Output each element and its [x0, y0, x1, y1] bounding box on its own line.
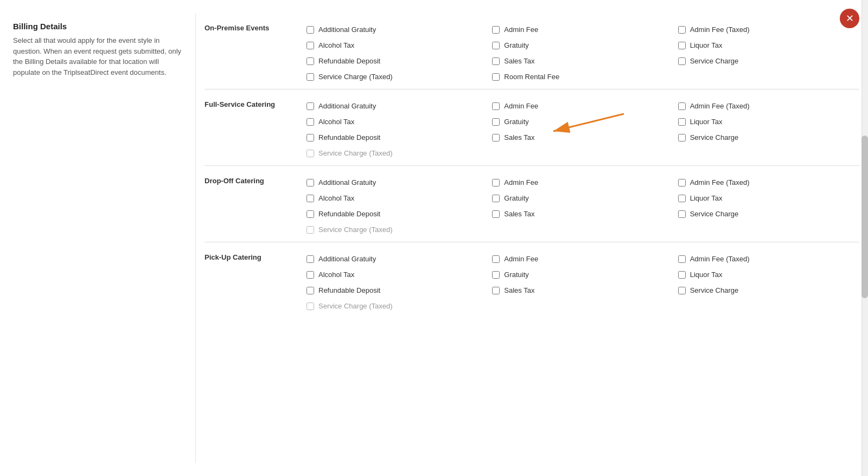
checkbox-item-fs-sales-tax[interactable]: Sales Tax: [488, 130, 673, 145]
checkbox-item-do-additional-gratuity[interactable]: Additional Gratuity: [302, 175, 488, 190]
checkbox-item-fs-gratuity[interactable]: Gratuity: [488, 114, 673, 130]
checkbox-input-fs-gratuity[interactable]: [492, 118, 500, 126]
checkbox-label-do-admin-fee[interactable]: Admin Fee: [504, 178, 538, 186]
checkbox-item-pu-refundable-deposit[interactable]: Refundable Deposit: [302, 282, 488, 298]
checkbox-item-do-service-charge-taxed[interactable]: Service Charge (Taxed): [302, 222, 488, 237]
checkbox-item-op-admin-fee[interactable]: Admin Fee: [488, 22, 673, 37]
checkbox-label-pu-admin-fee-taxed[interactable]: Admin Fee (Taxed): [690, 255, 750, 263]
checkbox-item-pu-service-charge[interactable]: Service Charge: [674, 282, 859, 298]
checkbox-item-op-liquor-tax[interactable]: Liquor Tax: [674, 37, 859, 53]
checkbox-input-op-gratuity[interactable]: [492, 42, 500, 49]
checkbox-label-fs-sales-tax[interactable]: Sales Tax: [504, 133, 534, 141]
checkbox-item-do-admin-fee[interactable]: Admin Fee: [488, 175, 673, 190]
checkbox-label-fs-service-charge[interactable]: Service Charge: [690, 133, 739, 141]
checkbox-label-op-alcohol-tax[interactable]: Alcohol Tax: [318, 41, 354, 49]
checkbox-input-pu-refundable-deposit[interactable]: [307, 287, 314, 294]
checkbox-input-fs-admin-fee-taxed[interactable]: [678, 102, 686, 110]
checkbox-item-fs-admin-fee[interactable]: Admin Fee: [488, 98, 673, 114]
checkbox-item-op-additional-gratuity[interactable]: Additional Gratuity: [302, 22, 488, 37]
checkbox-label-op-room-rental-fee[interactable]: Room Rental Fee: [504, 73, 559, 81]
checkbox-label-pu-service-charge[interactable]: Service Charge: [690, 286, 739, 294]
checkbox-input-op-alcohol-tax[interactable]: [307, 42, 314, 49]
checkbox-item-do-admin-fee-taxed[interactable]: Admin Fee (Taxed): [674, 175, 859, 190]
checkbox-label-op-gratuity[interactable]: Gratuity: [504, 41, 529, 49]
scrollbar-thumb[interactable]: [861, 136, 868, 298]
checkbox-input-pu-additional-gratuity[interactable]: [307, 255, 314, 263]
checkbox-item-pu-admin-fee-taxed[interactable]: Admin Fee (Taxed): [674, 251, 859, 267]
checkbox-label-fs-admin-fee-taxed[interactable]: Admin Fee (Taxed): [690, 102, 750, 110]
checkbox-input-pu-liquor-tax[interactable]: [678, 271, 686, 279]
checkbox-input-fs-sales-tax[interactable]: [492, 134, 500, 141]
checkbox-input-pu-admin-fee-taxed[interactable]: [678, 255, 686, 263]
checkbox-item-do-service-charge[interactable]: Service Charge: [674, 206, 859, 222]
checkbox-label-do-alcohol-tax[interactable]: Alcohol Tax: [318, 194, 354, 202]
checkbox-item-do-alcohol-tax[interactable]: Alcohol Tax: [302, 190, 488, 206]
checkbox-label-do-service-charge[interactable]: Service Charge: [690, 210, 739, 218]
checkbox-item-pu-gratuity[interactable]: Gratuity: [488, 267, 673, 282]
checkbox-label-do-sales-tax[interactable]: Sales Tax: [504, 210, 534, 218]
checkbox-item-op-gratuity[interactable]: Gratuity: [488, 37, 673, 53]
checkbox-input-fs-admin-fee[interactable]: [492, 102, 500, 110]
checkbox-item-fs-alcohol-tax[interactable]: Alcohol Tax: [302, 114, 488, 130]
checkbox-input-do-admin-fee[interactable]: [492, 179, 500, 186]
checkbox-item-do-sales-tax[interactable]: Sales Tax: [488, 206, 673, 222]
checkbox-label-do-liquor-tax[interactable]: Liquor Tax: [690, 194, 723, 202]
checkbox-input-pu-sales-tax[interactable]: [492, 287, 500, 294]
checkbox-label-fs-service-charge-taxed[interactable]: Service Charge (Taxed): [318, 149, 393, 157]
checkbox-input-do-service-charge-taxed[interactable]: [307, 226, 314, 234]
checkbox-item-do-refundable-deposit[interactable]: Refundable Deposit: [302, 206, 488, 222]
checkbox-input-do-admin-fee-taxed[interactable]: [678, 179, 686, 186]
checkbox-label-op-liquor-tax[interactable]: Liquor Tax: [690, 41, 723, 49]
checkbox-input-op-additional-gratuity[interactable]: [307, 26, 314, 34]
checkbox-item-pu-additional-gratuity[interactable]: Additional Gratuity: [302, 251, 488, 267]
checkbox-label-fs-liquor-tax[interactable]: Liquor Tax: [690, 118, 723, 126]
checkbox-input-do-alcohol-tax[interactable]: [307, 195, 314, 202]
checkbox-label-pu-sales-tax[interactable]: Sales Tax: [504, 286, 534, 294]
checkbox-input-fs-alcohol-tax[interactable]: [307, 118, 314, 126]
checkbox-item-pu-alcohol-tax[interactable]: Alcohol Tax: [302, 267, 488, 282]
checkbox-item-op-sales-tax[interactable]: Sales Tax: [488, 53, 673, 69]
checkbox-label-do-admin-fee-taxed[interactable]: Admin Fee (Taxed): [690, 178, 750, 186]
checkbox-item-do-liquor-tax[interactable]: Liquor Tax: [674, 190, 859, 206]
checkbox-item-fs-refundable-deposit[interactable]: Refundable Deposit: [302, 130, 488, 145]
checkbox-item-fs-liquor-tax[interactable]: Liquor Tax: [674, 114, 859, 130]
checkbox-input-fs-liquor-tax[interactable]: [678, 118, 686, 126]
checkbox-label-fs-alcohol-tax[interactable]: Alcohol Tax: [318, 118, 354, 126]
checkbox-item-op-alcohol-tax[interactable]: Alcohol Tax: [302, 37, 488, 53]
checkbox-input-op-service-charge[interactable]: [678, 57, 686, 65]
checkbox-item-pu-liquor-tax[interactable]: Liquor Tax: [674, 267, 859, 282]
checkbox-label-op-admin-fee-taxed[interactable]: Admin Fee (Taxed): [690, 25, 750, 34]
checkbox-label-op-sales-tax[interactable]: Sales Tax: [504, 57, 534, 65]
checkbox-label-pu-alcohol-tax[interactable]: Alcohol Tax: [318, 271, 354, 279]
checkbox-input-op-liquor-tax[interactable]: [678, 42, 686, 49]
checkbox-input-do-additional-gratuity[interactable]: [307, 179, 314, 186]
checkbox-input-do-gratuity[interactable]: [492, 195, 500, 202]
checkbox-input-op-refundable-deposit[interactable]: [307, 57, 314, 65]
checkbox-item-fs-additional-gratuity[interactable]: Additional Gratuity: [302, 98, 488, 114]
checkbox-item-pu-sales-tax[interactable]: Sales Tax: [488, 282, 673, 298]
checkbox-input-op-admin-fee-taxed[interactable]: [678, 26, 686, 34]
checkbox-item-pu-admin-fee[interactable]: Admin Fee: [488, 251, 673, 267]
checkbox-item-fs-service-charge[interactable]: Service Charge: [674, 130, 859, 145]
checkbox-label-op-service-charge[interactable]: Service Charge: [690, 57, 739, 65]
checkbox-label-op-service-charge-taxed[interactable]: Service Charge (Taxed): [318, 73, 393, 81]
checkbox-label-do-service-charge-taxed[interactable]: Service Charge (Taxed): [318, 226, 393, 234]
checkbox-item-op-admin-fee-taxed[interactable]: Admin Fee (Taxed): [674, 22, 859, 37]
checkbox-input-do-liquor-tax[interactable]: [678, 195, 686, 202]
checkbox-label-do-additional-gratuity[interactable]: Additional Gratuity: [318, 178, 376, 186]
checkbox-input-pu-admin-fee[interactable]: [492, 255, 500, 263]
checkbox-input-op-service-charge-taxed[interactable]: [307, 73, 314, 81]
checkbox-item-op-refundable-deposit[interactable]: Refundable Deposit: [302, 53, 488, 69]
checkbox-input-fs-service-charge[interactable]: [678, 134, 686, 141]
checkbox-input-fs-service-charge-taxed[interactable]: [307, 150, 314, 157]
checkbox-label-do-refundable-deposit[interactable]: Refundable Deposit: [318, 210, 380, 218]
checkbox-input-op-room-rental-fee[interactable]: [492, 73, 500, 81]
checkbox-label-fs-admin-fee[interactable]: Admin Fee: [504, 102, 538, 110]
checkbox-item-do-gratuity[interactable]: Gratuity: [488, 190, 673, 206]
checkbox-input-fs-refundable-deposit[interactable]: [307, 134, 314, 141]
checkbox-input-do-sales-tax[interactable]: [492, 210, 500, 218]
checkbox-label-pu-gratuity[interactable]: Gratuity: [504, 271, 529, 279]
checkbox-item-pu-service-charge-taxed[interactable]: Service Charge (Taxed): [302, 298, 488, 314]
checkbox-input-pu-alcohol-tax[interactable]: [307, 271, 314, 279]
checkbox-label-pu-admin-fee[interactable]: Admin Fee: [504, 255, 538, 263]
